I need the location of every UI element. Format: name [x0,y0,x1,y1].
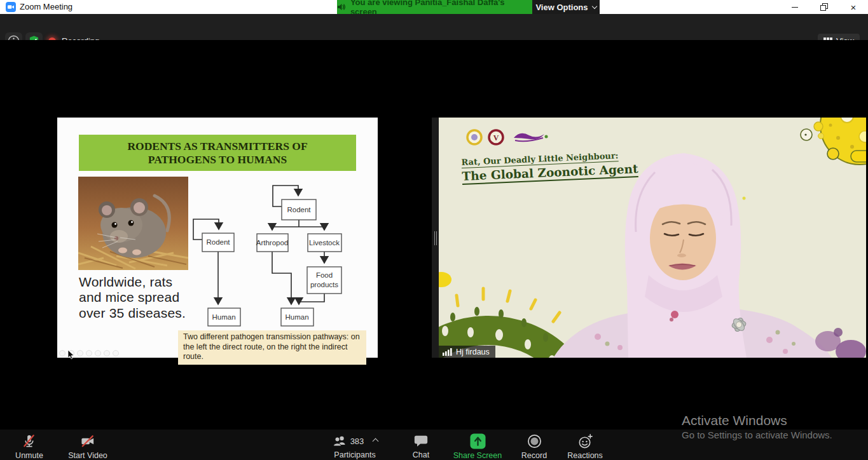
unmute-label: Unmute [15,451,43,460]
minimize-icon [792,7,798,8]
transmission-flowchart: Rodent Human Rodent Arthropod Livestock … [57,118,378,358]
participants-icon [332,434,347,448]
record-icon [527,433,542,449]
unmute-button[interactable]: Unmute [4,430,55,460]
chat-label: Chat [413,450,429,459]
camera-off-icon [79,433,96,449]
view-options-label: View Options [535,3,588,12]
participant-name-tag: Hj firdaus [439,346,495,358]
speaker-icon [337,3,346,11]
share-screen-label: Share Screen [453,451,502,460]
shared-screen-slide: RODENTS AS TRANSMITTERS OF PATHOGENS TO … [57,118,378,358]
node-rodent-right: Rodent [287,206,311,213]
participants-button[interactable]: 383 Participants [318,430,392,460]
zoom-logo-icon [6,2,16,12]
activate-windows-subtext: Go to Settings to activate Windows. [682,430,832,440]
window-titlebar: Zoom Meeting You are viewing Panitia_Fai… [0,0,868,14]
participants-count: 383 [350,436,364,446]
reactions-icon [577,433,593,449]
record-button[interactable]: Record [509,430,560,460]
mouse-cursor [67,350,74,360]
node-human-left: Human [212,313,235,321]
pane-divider[interactable] [432,118,439,358]
participants-chevron[interactable] [373,438,379,444]
window-title: Zoom Meeting [20,2,72,11]
divider-handle-icon [434,231,435,245]
screen-share-banner: You are viewing Panitia_Faishal Daffa's … [337,0,600,14]
minimize-button[interactable] [780,0,809,14]
window-controls: × [780,0,868,14]
divider-handle-icon [436,231,437,245]
zoom-meeting-window: Zoom Meeting You are viewing Panitia_Fai… [0,0,868,460]
viewing-banner: You are viewing Panitia_Faishal Daffa's … [337,0,532,14]
node-food-line1: Food [316,271,333,279]
chat-button[interactable]: Chat [399,430,443,460]
speaker-video-frame [439,118,866,358]
logo-script-purple [514,133,548,142]
participant-name: Hj firdaus [456,348,490,356]
share-screen-button[interactable]: Share Screen [443,430,513,460]
close-button[interactable]: × [839,0,868,14]
reactions-label: Reactions [567,451,603,460]
logo-letter: V [493,133,499,142]
microphone-muted-icon [21,433,38,449]
restore-icon [820,3,828,11]
video-stage: RODENTS AS TRANSMITTERS OF PATHOGENS TO … [0,40,868,430]
chat-icon [413,433,429,449]
signal-strength-icon [443,348,452,356]
slide-caption: Two different pathogen transmission path… [178,330,366,365]
activate-windows-text: Activate Windows [682,413,787,428]
start-video-button[interactable]: Start Video [59,430,116,460]
reactions-button[interactable]: Reactions [556,430,614,460]
record-label: Record [521,451,547,460]
node-food-line2: products [310,281,338,288]
restore-button[interactable] [809,0,839,14]
view-options-button[interactable]: View Options [532,0,600,14]
node-livestock: Livestock [309,239,340,247]
speaker-video-pane: V Rat, Our Deadly Little Neighbour: The … [439,118,866,358]
share-screen-icon [470,433,486,449]
node-arthropod: Arthropod [256,239,289,247]
meeting-info-bar: Recording View [0,14,868,40]
node-rodent-left: Rodent [206,238,230,246]
close-icon: × [851,3,857,12]
chevron-down-icon [591,3,596,8]
event-logos: V [465,128,561,149]
participants-label: Participants [334,450,375,459]
start-video-label: Start Video [68,451,107,460]
node-human-right: Human [285,313,308,321]
